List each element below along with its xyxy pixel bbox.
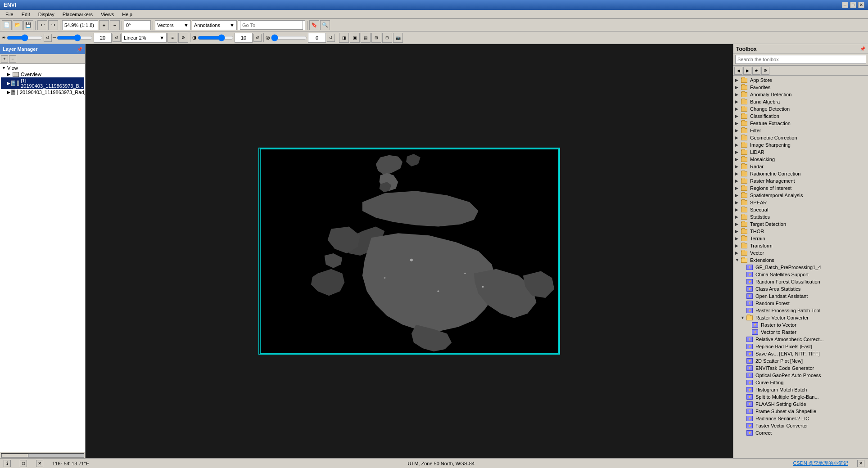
tool-statistics[interactable]: ▶ Statistics bbox=[734, 213, 867, 220]
zoom-in-button[interactable]: + bbox=[99, 20, 109, 30]
tool-open-landsat[interactable]: ⚡ Open Landsat Assistant bbox=[740, 292, 867, 300]
save-button[interactable]: 💾 bbox=[23, 20, 33, 30]
new-button[interactable]: 📄 bbox=[2, 20, 12, 30]
tool-radiance-sentinel[interactable]: ⚡ Radiance Sentinel-2 LIC bbox=[740, 415, 867, 422]
tool-target-detection[interactable]: ▶ Target Detection bbox=[734, 220, 867, 228]
tool-terrain[interactable]: ▶ Terrain bbox=[734, 235, 867, 242]
stretch-apply[interactable]: ≡ bbox=[167, 33, 177, 43]
tool-flaash-setting[interactable]: ⚡ FLAASH Setting Guide bbox=[740, 400, 867, 408]
tool-random-forest-cls[interactable]: ⚡ Random Forest Classification bbox=[740, 278, 867, 285]
status-x-btn[interactable]: ✕ bbox=[36, 460, 43, 467]
tool-raster-processing-batch[interactable]: ⚡ Raster Processing Batch Tool bbox=[740, 307, 867, 314]
tool-raster-management[interactable]: ▶ Raster Management bbox=[734, 177, 867, 184]
tool-faster-vector-converter[interactable]: ⚡ Faster Vector Converter bbox=[740, 422, 867, 429]
status-stop-btn[interactable]: □ bbox=[20, 460, 27, 467]
toolbox-back[interactable]: ◀ bbox=[734, 67, 742, 75]
tool-vector[interactable]: ▶ Vector bbox=[734, 249, 867, 256]
tool-geometric-correction[interactable]: ▶ Geometric Correction bbox=[734, 134, 867, 141]
map-area[interactable] bbox=[86, 44, 733, 458]
close-button[interactable]: ✕ bbox=[858, 2, 864, 8]
search-button[interactable]: 🔍 bbox=[320, 20, 330, 30]
toolbox-options[interactable]: ⚙ bbox=[761, 67, 769, 75]
stretch-options[interactable]: ⚙ bbox=[178, 33, 188, 43]
tool-thor[interactable]: ▶ THOR bbox=[734, 228, 867, 235]
tool-feature-extraction[interactable]: ▶ Feature Extraction bbox=[734, 120, 867, 127]
layer-collapse-btn[interactable]: − bbox=[9, 55, 16, 63]
tool-image-sharpening[interactable]: ▶ Image Sharpening bbox=[734, 141, 867, 148]
tool-correct[interactable]: ⚡ Correct bbox=[740, 429, 867, 436]
tool-spear[interactable]: ▶ SPEAR bbox=[734, 199, 867, 206]
opacity-slider[interactable] bbox=[198, 35, 234, 41]
tool-regions-of-interest[interactable]: ▶ Regions of Interest bbox=[734, 184, 867, 192]
display-mode5[interactable]: ⊟ bbox=[382, 33, 392, 43]
tool-raster-vector-converter[interactable]: ▼ Raster Vector Converter bbox=[740, 314, 867, 321]
tree-item-view[interactable]: ▼ View bbox=[1, 65, 84, 71]
tool-frame-subset[interactable]: ⚡ Frame Subset via Shapefile bbox=[740, 408, 867, 415]
tool-relative-atm[interactable]: ⚡ Relative Atmospheric Correct... bbox=[740, 336, 867, 343]
tool-band-algebra[interactable]: ▶ Band Algebra bbox=[734, 98, 867, 105]
minimize-button[interactable]: ─ bbox=[842, 2, 848, 8]
menu-views[interactable]: Views bbox=[97, 11, 118, 18]
status-close-btn[interactable]: ✕ bbox=[857, 460, 864, 467]
undo-button[interactable]: ↩ bbox=[37, 20, 47, 30]
tree-item-overview[interactable]: ▶ Overview bbox=[1, 71, 84, 77]
tree-eye-layer1[interactable]: 👁 bbox=[11, 81, 15, 86]
tool-change-detection[interactable]: ▶ Change Detection bbox=[734, 105, 867, 112]
display-mode3[interactable]: ▤ bbox=[361, 33, 371, 43]
contrast-reset[interactable]: ↺ bbox=[113, 34, 121, 42]
tree-item-layer2[interactable]: ▶ 👁 20190403_1119863973_Rad_F... bbox=[1, 89, 84, 95]
tool-gf-batch[interactable]: ⚡ GF_Batch_PreProcessing1_4 bbox=[740, 264, 867, 271]
layer-expand-btn[interactable]: + bbox=[1, 55, 8, 63]
sharpen-slider[interactable] bbox=[271, 35, 307, 41]
tool-lidar[interactable]: ▶ LiDAR bbox=[734, 148, 867, 156]
zoom-out-button[interactable]: − bbox=[110, 20, 120, 30]
tool-random-forest[interactable]: ⚡ Random Forest bbox=[740, 300, 867, 307]
display-mode1[interactable]: ◨ bbox=[339, 33, 349, 43]
menu-help[interactable]: Help bbox=[118, 11, 136, 18]
menu-placemarkers[interactable]: Placemarkers bbox=[59, 11, 96, 18]
goto-input[interactable] bbox=[240, 21, 303, 30]
tool-2d-scatter[interactable]: ⚡ 2D Scatter Plot [New] bbox=[740, 357, 867, 364]
rotation-dropdown[interactable]: 0° bbox=[124, 20, 151, 30]
tool-optical-gaopen[interactable]: ⚡ Optical GaoPen Auto Process bbox=[740, 372, 867, 379]
tool-histogram-match[interactable]: ⚡ Histogram Match Batch bbox=[740, 386, 867, 393]
tool-curve-fitting[interactable]: ⚡ Curve Fitting bbox=[740, 379, 867, 386]
toolbox-search-input[interactable] bbox=[735, 55, 866, 64]
layer-hscroll[interactable] bbox=[0, 452, 85, 458]
tool-favorites[interactable]: ▶ Favorites bbox=[734, 84, 867, 91]
tool-spatiotemporal[interactable]: ▶ Spatiotemporal Analysis bbox=[734, 192, 867, 199]
tool-app-store[interactable]: ▶ App Store bbox=[734, 76, 867, 84]
vectors-dropdown[interactable]: Vectors ▼ bbox=[155, 20, 191, 30]
opacity-reset[interactable]: ↺ bbox=[253, 34, 262, 42]
tool-anomaly-detection[interactable]: ▶ Anomaly Detection bbox=[734, 91, 867, 98]
annotations-dropdown[interactable]: Annotations ▼ bbox=[192, 20, 237, 30]
tool-mosaicking[interactable]: ▶ Mosaicking bbox=[734, 156, 867, 163]
display-mode4[interactable]: ⊞ bbox=[371, 33, 381, 43]
contrast-slider[interactable] bbox=[57, 35, 93, 41]
layer-hscroll-thumb[interactable] bbox=[1, 454, 28, 457]
tool-radiometric-correction[interactable]: ▶ Radiometric Correction bbox=[734, 170, 867, 177]
tool-extensions[interactable]: ▼ Extensions bbox=[734, 256, 867, 264]
tool-spectral[interactable]: ▶ Spectral bbox=[734, 206, 867, 213]
tool-replace-bad-pixels[interactable]: ⚡ Replace Bad Pixels [Fast] bbox=[740, 343, 867, 350]
menu-display[interactable]: Display bbox=[35, 11, 58, 18]
zoom-value[interactable]: 54.9% (1:1.8) bbox=[62, 20, 98, 30]
display-mode2[interactable]: ▣ bbox=[350, 33, 360, 43]
open-button[interactable]: 📂 bbox=[13, 20, 23, 30]
tool-split-single-band[interactable]: ⚡ Split to Multiple Single-Ban... bbox=[740, 393, 867, 400]
tool-filter[interactable]: ▶ Filter bbox=[734, 127, 867, 134]
stretch-dropdown[interactable]: Linear 2% ▼ bbox=[122, 33, 167, 43]
tree-eye-layer2[interactable]: 👁 bbox=[11, 90, 15, 95]
sharpen-reset[interactable]: ↺ bbox=[327, 34, 335, 42]
screenshot-button[interactable]: 📷 bbox=[393, 33, 403, 43]
brightness-slider[interactable] bbox=[7, 35, 43, 41]
redo-button[interactable]: ↪ bbox=[48, 20, 58, 30]
maximize-button[interactable]: □ bbox=[850, 2, 856, 8]
tool-radar[interactable]: ▶ Radar bbox=[734, 163, 867, 170]
menu-edit[interactable]: Edit bbox=[18, 11, 34, 18]
tool-class-area[interactable]: ⚡ Class Area Statistics bbox=[740, 285, 867, 292]
tool-envi-task-code[interactable]: ⚡ ENVITask Code Generator bbox=[740, 364, 867, 372]
brightness-reset[interactable]: ↺ bbox=[44, 34, 52, 42]
tool-classification[interactable]: ▶ Classification bbox=[734, 112, 867, 120]
menu-file[interactable]: File bbox=[2, 11, 17, 18]
